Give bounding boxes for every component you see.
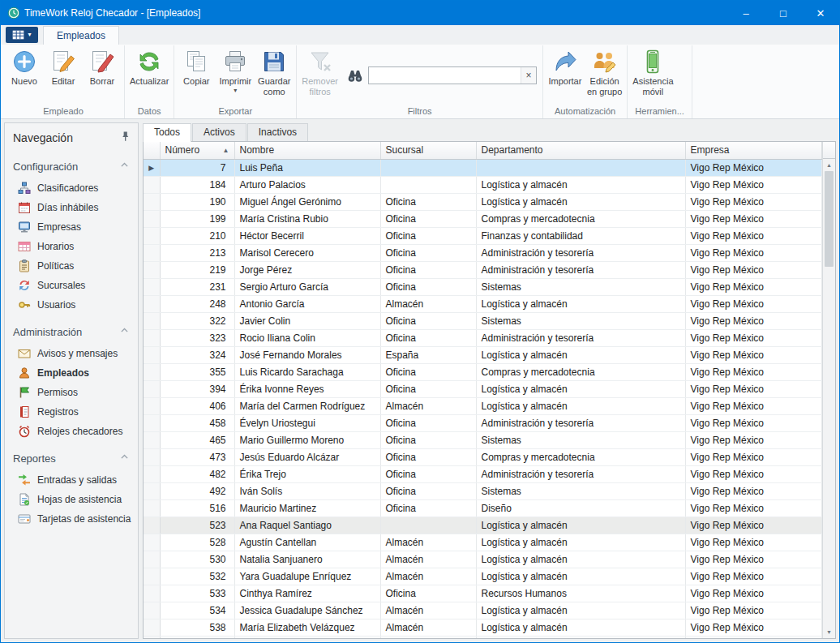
cell-empresa: Vigo Rep México [685,602,822,619]
filter-search-input[interactable] [369,67,521,84]
cell-nombre: José Fernando Morales [234,346,380,363]
table-row[interactable]: 538María Elizabeth VelázquezAlmacénLogís… [144,619,822,636]
table-row[interactable]: 324José Fernando MoralesEspañaLogística … [144,346,822,363]
table-row[interactable]: 465Mario Guillermo MorenoOficinaSistemas… [144,431,822,448]
cell-departamento: Administración y tesorería [476,244,685,261]
column-header-departamento[interactable]: Departamento [476,142,685,159]
table-row[interactable]: 355Luis Ricardo SarachagaOficinaCompras … [144,363,822,380]
imprimir-button[interactable]: Imprimir▾ [216,46,255,96]
ribbon-group-herramien: AsistenciamóvilHerramien... [628,45,692,118]
column-header-numero[interactable]: Número▲ [160,142,234,159]
actualizar-button[interactable]: Actualizar [127,46,171,88]
sidebar-item-avisos-y-mensajes[interactable]: Avisos y mensajes [5,344,138,363]
scrollbar-thumb[interactable] [825,171,834,267]
table-row[interactable]: 997Miguel Ángel EscalanteOficinaProyecto… [144,636,822,638]
clear-search-icon[interactable]: × [521,67,536,84]
cell-departamento: Logística y almacén [476,602,685,619]
sidebar-item-empleados[interactable]: Empleados [5,363,138,383]
view-tab-todos[interactable]: Todos [143,123,191,142]
sidebar-item-permisos[interactable]: Permisos [5,383,138,402]
sidebar-item-dias-inhabiles[interactable]: Días inhábiles [5,198,138,217]
table-row[interactable]: 532Yara Guadalupe EnríquezAlmacénLogísti… [144,568,822,585]
sidebar-item-clasificadores[interactable]: Clasificadores [5,178,138,198]
sidebar-item-registros[interactable]: Registros [5,402,138,422]
table-row[interactable]: 219Jorge PérezOficinaAdministración y te… [144,261,822,278]
table-row[interactable]: ▶7Luis PeñaVigo Rep México [144,159,822,176]
nuevo-button[interactable]: Nuevo [5,46,44,88]
table-row[interactable]: 406María del Carmen RodríguezAlmacénLogí… [144,397,822,414]
row-indicator [144,244,160,261]
row-indicator [144,397,160,414]
table-row[interactable]: 248Antonio GarcíaAlmacénLogística y alma… [144,295,822,312]
sidebar-item-horarios[interactable]: Horarios [5,237,138,256]
table-row[interactable]: 534Jessica Guadalupe SánchezAlmacénLogís… [144,602,822,619]
cell-empresa: Vigo Rep México [685,312,822,329]
view-tab-inactivos[interactable]: Inactivos [247,123,308,141]
table-row[interactable]: 231Sergio Arturo GarcíaOficinaSistemasVi… [144,278,822,295]
borrar-button[interactable]: Borrar [83,46,122,88]
sidebar-item-sucursales[interactable]: Sucursales [5,276,138,295]
guardar-como-button[interactable]: Guardarcomo [255,46,294,99]
cell-numero: 213 [160,244,234,261]
asistencia-movil-button[interactable]: Asistenciamóvil [630,46,675,99]
table-row[interactable]: 190Miguel Ángel GerónimoOficinaLogística… [144,193,822,210]
scroll-down-icon[interactable]: ▼ [823,626,835,638]
table-row[interactable]: 213Marisol CereceroOficinaAdministración… [144,244,822,261]
cell-empresa: Vigo Rep México [685,482,822,499]
remover-filtros-button[interactable]: Removerfiltros [299,46,341,99]
ribbon-tab-empleados[interactable]: Empleados [43,26,119,45]
cell-numero: 322 [160,312,234,329]
table-row[interactable]: 523Ana Raquel SantiagoLogística y almacé… [144,517,822,534]
table-row[interactable]: 473Jesús Eduardo AlcázarOficinaCompras y… [144,448,822,465]
maximize-button[interactable]: □ [765,1,802,25]
cell-nombre: Miguel Ángel Gerónimo [234,193,380,210]
copiar-button[interactable]: Copiar [177,46,216,88]
binoculars-icon[interactable] [347,67,363,84]
table-row[interactable]: 530Natalia SanjuaneroAlmacénLogística y … [144,551,822,568]
table-row[interactable]: 323Rocio Iliana ColinOficinaAdministraci… [144,329,822,346]
edicion-en-grupo-button[interactable]: Ediciónen grupo [585,46,624,99]
section-configuracion[interactable]: Configuración [5,149,138,178]
table-row[interactable]: 528Agustín CantellanAlmacénLogística y a… [144,534,822,551]
column-header-empresa[interactable]: Empresa [685,142,822,159]
column-header-nombre[interactable]: Nombre [234,142,380,159]
sidebar-item-politicas[interactable]: Políticas [5,256,138,276]
table-row[interactable]: 199María Cristina RubioOficinaCompras y … [144,210,822,227]
section-administracion[interactable]: Administración [5,315,138,344]
row-indicator [144,517,160,534]
table-row[interactable]: 210Héctor BecerrilOficinaFinanzas y cont… [144,227,822,244]
cell-departamento: Logística y almacén [476,551,685,568]
table-row[interactable]: 516Mauricio MartinezOficinaDiseñoVigo Re… [144,499,822,517]
sidebar-item-empresas[interactable]: Empresas [5,217,138,237]
minimize-button[interactable]: – [727,1,765,25]
sidebar-item-hojas-de-asistencia[interactable]: Hojas de asistencia [5,490,138,509]
pin-icon[interactable] [119,131,131,145]
close-button[interactable]: ✕ [802,1,839,25]
delete-icon [89,49,115,75]
importar-button[interactable]: Importar [546,46,585,88]
ribbon-tabbar: ▾ Empleados [1,25,839,45]
scrollbar-track[interactable] [823,171,835,626]
sidebar-item-tarjetas-de-asistencia[interactable]: Tarjetas de asistencia [5,509,138,529]
table-row[interactable]: 482Érika TrejoOficinaAdministración y te… [144,465,822,482]
sidebar-item-entradas-y-salidas[interactable]: Entradas y salidas [5,470,138,490]
table-row[interactable]: 184Arturo PalaciosLogística y almacénVig… [144,176,822,193]
view-tab-activos[interactable]: Activos [192,123,246,141]
cell-empresa: Vigo Rep México [685,278,822,295]
column-header-sucursal[interactable]: Sucursal [380,142,476,159]
table-row[interactable]: 394Érika Ivonne ReyesOficinaLogística y … [144,380,822,397]
editar-button[interactable]: Editar [44,46,83,88]
table-row[interactable]: 322Javier ColinOficinaSistemasVigo Rep M… [144,312,822,329]
cell-sucursal: Oficina [380,329,476,346]
sidebar-item-relojes-checadores[interactable]: Relojes checadores [5,422,138,441]
row-indicator [144,482,160,499]
table-row[interactable]: 492Iván SolísOficinaSistemasVigo Rep Méx… [144,482,822,499]
table-row[interactable]: 533Cinthya RamírezOficinaRecursos Humano… [144,585,822,602]
ribbon-group-automatizacion: ImportarEdiciónen grupoAutomatización [543,45,628,118]
app-menu-button[interactable]: ▾ [6,27,38,43]
section-reportes[interactable]: Reportes [5,441,138,470]
scroll-up-icon[interactable]: ▲ [823,159,835,171]
sidebar-item-usuarios[interactable]: Usuarios [5,295,138,315]
vertical-scrollbar[interactable]: ▲ ▼ [822,142,835,638]
table-row[interactable]: 458Évelyn UriosteguiOficinaAdministració… [144,414,822,431]
